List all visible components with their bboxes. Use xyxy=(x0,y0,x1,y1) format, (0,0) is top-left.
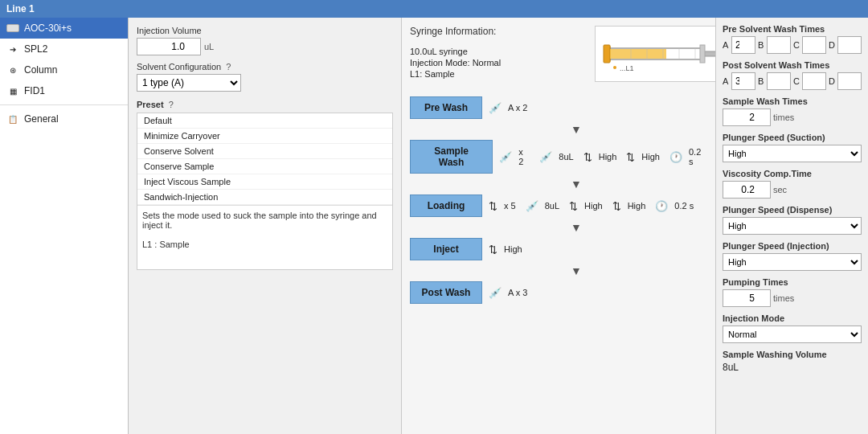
pumping-times-row: times xyxy=(723,289,862,307)
inject-params: ⇅ High xyxy=(489,244,522,256)
injection-volume-section: Injection Volume uL xyxy=(137,26,393,55)
injection-volume-label: Injection Volume xyxy=(137,26,393,35)
pre-wash-d-input[interactable] xyxy=(837,36,862,54)
preset-description: Sets the mode used to suck the sample in… xyxy=(137,205,392,269)
solvent-config-section: Solvent Configuration ? 1 type (A) 2 typ… xyxy=(137,62,393,92)
syringe-info-box: Syringe Information: 10.0uL syringe Inje… xyxy=(410,26,587,82)
svg-rect-11 xyxy=(700,45,705,63)
step-row-samplewash: Sample Wash 💉 x 2 💉 8uL ⇅ High ⇅ High 🕐 … xyxy=(410,137,707,177)
viscosity-input[interactable] xyxy=(723,181,771,199)
sw-param-high2: High xyxy=(641,152,660,162)
plunger-injection-select[interactable]: High Normal Low xyxy=(723,253,862,271)
pre-wash-c-input[interactable] xyxy=(802,36,826,54)
pre-wash-c-letter: C xyxy=(793,40,800,50)
pre-wash-a-letter: A xyxy=(723,40,729,50)
aoc-icon xyxy=(6,22,19,35)
step-button-loading[interactable]: Loading xyxy=(410,194,482,217)
injection-mode-select[interactable]: Normal Solvent Flush Sample Flush xyxy=(723,326,862,343)
pre-wash-b-input[interactable] xyxy=(767,36,791,54)
pumping-times-label: Pumping Times xyxy=(723,277,862,287)
injection-volume-input[interactable] xyxy=(137,38,201,55)
preset-item-viscous[interactable]: Inject Viscous Sample xyxy=(137,174,392,190)
speed-icon-ld2: ⇅ xyxy=(569,200,578,212)
step-button-samplewash[interactable]: Sample Wash xyxy=(410,140,493,174)
ld-param-x5: x 5 xyxy=(504,201,516,211)
solvent-config-label: Solvent Configuration xyxy=(137,62,221,72)
pre-wash-a-input[interactable] xyxy=(731,36,755,54)
preset-item-conserve-solvent[interactable]: Conserve Solvent xyxy=(137,144,392,159)
postwash-params: 💉 A x 3 xyxy=(489,287,527,299)
sw-param-8ul: 8uL xyxy=(559,152,573,162)
speed-icon-inj: ⇅ xyxy=(489,244,497,256)
post-wash-c-input[interactable] xyxy=(802,72,826,90)
speed-icon-ld3: ⇅ xyxy=(612,200,621,212)
plunger-suction-select[interactable]: High Normal Low xyxy=(723,145,862,162)
sample-wash-times-row: times xyxy=(723,108,862,126)
sample-wash-times-input[interactable] xyxy=(723,108,771,126)
left-panel: Injection Volume uL Solvent Configuratio… xyxy=(129,18,402,434)
pumping-times-input[interactable] xyxy=(723,289,771,307)
post-wash-label: Post Solvent Wash Times xyxy=(723,60,862,70)
syringe-icon-sw2: 💉 xyxy=(539,151,552,163)
post-wash-d-input[interactable] xyxy=(837,72,862,90)
post-wash-a-input[interactable] xyxy=(731,72,755,90)
syringe-injection-mode: Injection Mode: Normal xyxy=(410,58,587,68)
syringe-type: 10.0uL syringe xyxy=(410,47,587,56)
solvent-config-select[interactable]: 1 type (A) 2 types (A,B) 3 types (A,B,C) xyxy=(137,74,241,92)
sample-wash-vol-row: 8uL xyxy=(723,362,862,373)
sw-param-time: 0.2 s xyxy=(689,147,707,166)
post-wash-b-input[interactable] xyxy=(767,72,791,90)
sample-wash-times-section: Sample Wash Times times xyxy=(723,96,862,126)
injection-mode-section: Injection Mode Normal Solvent Flush Samp… xyxy=(723,313,862,343)
sidebar-item-aoc[interactable]: AOC-30i+s xyxy=(0,18,128,39)
plunger-suction-section: Plunger Speed (Suction) High Normal Low xyxy=(723,133,862,162)
arrow-inject: ▼ xyxy=(410,264,707,278)
sample-wash-vol-value: 8uL xyxy=(723,362,739,373)
step-button-inject[interactable]: Inject xyxy=(410,238,482,260)
plunger-suction-label: Plunger Speed (Suction) xyxy=(723,133,862,142)
sample-wash-times-unit: times xyxy=(773,113,794,122)
speed-icon-ld1: ⇅ xyxy=(489,200,497,212)
injection-volume-unit: uL xyxy=(204,42,214,51)
clock-icon-ld: 🕐 xyxy=(655,200,668,212)
ld-param-time: 0.2 s xyxy=(674,201,694,211)
sw-param-high1: High xyxy=(599,152,617,162)
preset-item-default[interactable]: Default xyxy=(137,113,392,129)
plunger-injection-label: Plunger Speed (Injection) xyxy=(723,241,862,251)
speed-icon-sw2: ⇅ xyxy=(626,151,635,163)
sidebar-item-fid1[interactable]: ▦ FID1 xyxy=(0,80,128,101)
step-button-prewash[interactable]: Pre Wash xyxy=(410,96,482,119)
arrow-samplewash: ▼ xyxy=(410,177,707,191)
sidebar-label-spl2: SPL2 xyxy=(24,43,47,55)
preset-list-container: Default Minimize Carryover Conserve Solv… xyxy=(137,113,393,270)
sidebar-item-spl2[interactable]: ➔ SPL2 xyxy=(0,39,128,59)
prewash-params: 💉 A x 2 xyxy=(489,102,527,114)
preset-item-sandwich[interactable]: Sandwich-Injection xyxy=(137,190,392,205)
preset-item-conserve-sample[interactable]: Conserve Sample xyxy=(137,159,392,174)
preset-help[interactable]: ? xyxy=(169,100,174,109)
step-row-loading: Loading ⇅ x 5 💉 8uL ⇅ High ⇅ High 🕐 0.2 … xyxy=(410,191,707,220)
pumping-times-unit: times xyxy=(773,293,794,303)
syringe-icon-pw: 💉 xyxy=(489,287,502,299)
svg-text:...L1: ...L1 xyxy=(620,64,634,72)
plunger-dispense-select[interactable]: High Normal Low xyxy=(723,217,862,235)
step-button-postwash[interactable]: Post Wash xyxy=(410,281,482,304)
sidebar-label-general: General xyxy=(24,113,59,125)
plunger-dispense-label: Plunger Speed (Dispense) xyxy=(723,205,862,215)
pre-wash-section: Pre Solvent Wash Times A B C D xyxy=(723,24,862,54)
sidebar-label-aoc: AOC-30i+s xyxy=(24,23,72,34)
sidebar-item-general[interactable]: 📋 General xyxy=(0,108,128,129)
plunger-injection-section: Plunger Speed (Injection) High Normal Lo… xyxy=(723,241,862,271)
title-label: Line 1 xyxy=(6,3,35,14)
solvent-config-help[interactable]: ? xyxy=(226,62,231,72)
svg-point-12 xyxy=(613,66,616,69)
post-wash-b-letter: B xyxy=(758,76,764,86)
post-wash-fields: A B C D xyxy=(723,72,862,90)
clock-icon-sw: 🕐 xyxy=(669,151,682,163)
ld-param-high2: High xyxy=(628,201,646,211)
sidebar-divider xyxy=(0,104,128,105)
post-wash-c-letter: C xyxy=(793,76,800,86)
sidebar-item-column[interactable]: ⊛ Column xyxy=(0,59,128,80)
preset-item-minimize[interactable]: Minimize Carryover xyxy=(137,129,392,144)
sample-wash-times-label: Sample Wash Times xyxy=(723,96,862,106)
